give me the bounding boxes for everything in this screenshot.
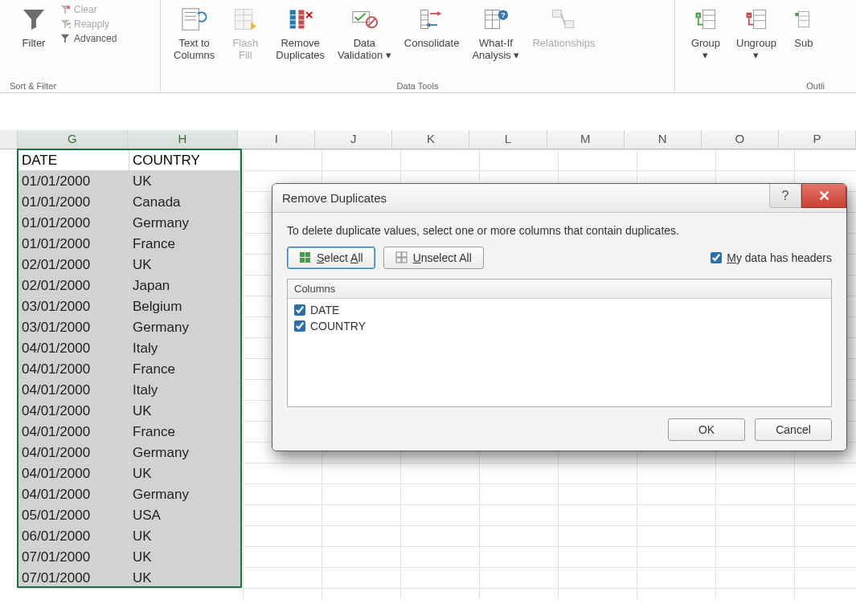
cell-date[interactable]: 03/01/2000 [18,296,129,317]
dialog-titlebar[interactable]: Remove Duplicates ? ✕ [272,184,846,213]
cell-date[interactable]: 07/01/2000 [18,547,129,568]
unselect-all-button[interactable]: Unselect All [383,247,484,269]
consolidate-button[interactable]: Consolidate [398,3,466,51]
column-item-checkbox[interactable] [294,320,305,332]
cell-country[interactable]: UK [129,568,240,589]
cell-date[interactable]: 04/01/2000 [18,338,129,359]
column-header-O[interactable]: O [702,130,779,149]
clear-filter[interactable]: Clear [59,3,117,16]
svg-rect-56 [300,258,305,263]
column-header-L[interactable]: L [469,130,547,149]
data-validation-label: Data Validation ▾ [338,37,391,61]
svg-marker-11 [251,22,256,30]
cell-country[interactable]: France [129,234,240,255]
data-validation-button[interactable]: Data Validation ▾ [331,3,398,63]
svg-rect-2 [182,9,199,30]
svg-rect-45 [754,10,766,28]
svg-rect-54 [300,252,305,257]
select-all-button[interactable]: Select All [287,247,375,269]
select-all-corner[interactable] [0,130,18,149]
header-date[interactable]: DATE [18,150,129,171]
cell-country[interactable]: Germany [129,317,240,338]
cell-date[interactable]: 02/01/2000 [18,275,129,296]
column-header-K[interactable]: K [392,130,469,149]
column-header-H[interactable]: H [128,130,238,149]
column-header-M[interactable]: M [547,130,625,149]
table-row: 07/01/2000UK [18,547,240,568]
cell-date[interactable]: 01/01/2000 [18,171,129,192]
column-item[interactable]: DATE [294,302,825,318]
svg-rect-61 [402,258,407,263]
cell-date[interactable]: 01/01/2000 [18,192,129,213]
whatif-button[interactable]: ? What-If Analysis ▾ [465,3,526,63]
cell-date[interactable]: 04/01/2000 [18,401,129,422]
cell-country[interactable]: UK [129,255,240,275]
cell-date[interactable]: 04/01/2000 [18,463,129,484]
column-item[interactable]: COUNTRY [294,318,825,334]
cell-country[interactable]: Germany [129,443,240,463]
cell-country[interactable]: Germany [129,484,240,505]
headers-checkbox-input[interactable] [711,252,722,263]
cell-date[interactable]: 01/01/2000 [18,213,129,234]
group-button[interactable]: + Group▾ [682,3,730,63]
reapply-filter[interactable]: Reapply [59,18,117,31]
cell-date[interactable]: 03/01/2000 [18,317,129,338]
ok-button[interactable]: OK [668,418,745,441]
consolidate-icon [417,5,446,34]
cell-country[interactable]: UK [129,547,240,568]
cell-date[interactable]: 01/01/2000 [18,234,129,255]
cell-country[interactable]: Canada [129,192,240,213]
cell-country[interactable]: Italy [129,380,240,401]
remove-duplicates-button[interactable]: Remove Duplicates [269,3,331,63]
close-button[interactable]: ✕ [801,184,846,208]
advanced-filter[interactable]: Advanced [59,32,117,45]
cell-date[interactable]: 04/01/2000 [18,380,129,401]
column-header-J[interactable]: J [315,130,392,149]
cell-country[interactable]: UK [129,401,240,422]
subtotal-button[interactable]: Sub [783,3,825,51]
text-to-columns-icon [180,5,209,34]
flash-fill-button[interactable]: Flash Fill [221,3,269,63]
svg-rect-58 [396,252,401,257]
cell-date[interactable]: 04/01/2000 [18,443,129,463]
cell-country[interactable]: USA [129,505,240,526]
header-country[interactable]: COUNTRY [129,150,240,171]
svg-text:-: - [747,11,750,19]
cell-date[interactable]: 04/01/2000 [18,422,129,443]
cell-date[interactable]: 06/01/2000 [18,526,129,547]
cell-country[interactable]: UK [129,463,240,484]
cell-country[interactable]: Japan [129,275,240,296]
cell-country[interactable]: UK [129,171,240,192]
ungroup-button[interactable]: - Ungroup▾ [730,3,783,63]
filter-button[interactable]: Filter [10,3,58,51]
my-data-has-headers-checkbox[interactable]: My data has headers [711,251,832,264]
cell-date[interactable]: 04/01/2000 [18,484,129,505]
cell-date[interactable]: 07/01/2000 [18,568,129,589]
cell-date[interactable]: 02/01/2000 [18,255,129,275]
column-header-G[interactable]: G [18,130,128,149]
svg-line-39 [562,14,565,24]
flash-fill-label: Flash Fill [232,37,258,61]
column-header-I[interactable]: I [238,130,315,149]
help-button[interactable]: ? [769,184,801,208]
cell-country[interactable]: UK [129,526,240,547]
cell-date[interactable]: 04/01/2000 [18,359,129,380]
cell-country[interactable]: Belgium [129,296,240,317]
relationships-button[interactable]: Relationships [526,3,601,51]
text-to-columns-button[interactable]: Text to Columns [167,3,221,63]
cell-date[interactable]: 05/01/2000 [18,505,129,526]
remove-duplicates-dialog: Remove Duplicates ? ✕ To delete duplicat… [272,183,847,451]
cell-country[interactable]: Italy [129,338,240,359]
column-header-P[interactable]: P [779,130,856,149]
svg-rect-40 [703,10,715,28]
column-item-label: DATE [310,304,339,316]
select-all-icon [299,251,312,264]
cell-country[interactable]: France [129,422,240,443]
table-row: 01/01/2000Canada [18,192,240,213]
column-header-N[interactable]: N [625,130,702,149]
column-item-checkbox[interactable] [294,304,305,316]
relationships-icon [549,5,578,34]
cell-country[interactable]: France [129,359,240,380]
cancel-button[interactable]: Cancel [755,418,832,441]
cell-country[interactable]: Germany [129,213,240,234]
